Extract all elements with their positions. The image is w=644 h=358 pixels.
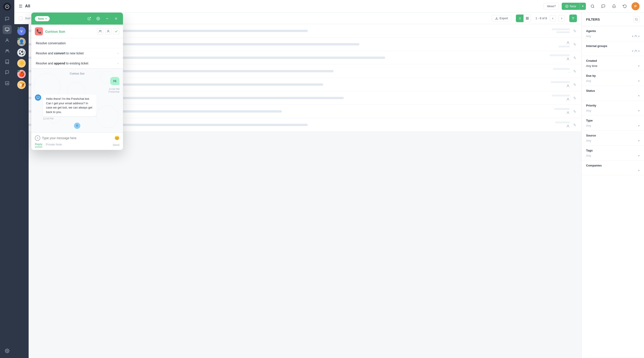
contact-avatar-sun[interactable]: ☀️ [17,59,26,68]
filter-internal-groups[interactable]: Internal groups ▾ ▾ [582,41,644,56]
sidebar-item-chat[interactable] [3,68,12,77]
svg-point-44 [636,35,637,36]
ticket-meta [552,29,570,30]
svg-point-33 [98,18,98,19]
list-view-button[interactable] [516,15,524,22]
bell-icon-button[interactable] [610,2,618,10]
filter-agents[interactable]: Agents Any ▾ ▾ [582,26,644,41]
search-icon-button[interactable] [588,2,596,10]
filter-toggle-button[interactable] [569,15,577,22]
chat-input-row: + 😊 [35,135,120,141]
filter-priority-label: Priority [586,104,640,107]
filter-status-label: Status [586,89,640,92]
tags-chevron-icon: ▾ [638,154,640,157]
filter-due-by-row: Any ▾ [586,79,640,83]
svg-rect-40 [37,96,39,98]
page-prev-button[interactable]: ‹ [550,15,556,22]
emoji-icon[interactable]: 😊 [114,136,120,141]
filter-priority[interactable]: Priority Any ▾ [582,101,644,116]
contact-name: Curious Sun [45,30,95,33]
contact-avatar-bread[interactable]: 🍞 [17,81,26,89]
resolve-conversation-text: Resolve conversation [36,41,66,45]
sidebar-item-groups[interactable] [3,47,12,56]
svg-point-43 [635,35,636,36]
sidebar-item-tickets[interactable] [3,25,12,34]
sidebar-logo[interactable] [3,3,11,11]
svg-point-2 [6,39,8,40]
contact-avatar-photo[interactable]: 👤 [17,38,26,46]
contact-avatar-v[interactable]: V [17,27,26,35]
new-dropdown-button[interactable]: ▾ [580,3,586,10]
contact-avatar-apple[interactable]: 🍎 [17,70,26,78]
resolve-convert-item[interactable]: Resolve and convert to new ticket › [31,48,123,58]
ticket-status-icon [572,29,577,33]
chat-status-button[interactable]: New ▾ [35,16,50,21]
filter-tags[interactable]: Tags Any ▾ [582,146,644,161]
filter-tags-row: Any ▾ [586,154,640,157]
contact-list: V 👤 ⚽ ☀️ [14,24,28,358]
refresh-icon-button[interactable] [621,2,629,10]
svg-point-4 [8,50,8,51]
filter-due-by[interactable]: Due by Any ▾ [582,71,644,86]
filter-status[interactable]: Status ▾ [582,86,644,101]
person-icon [566,98,570,101]
sidebar-item-knowledge[interactable] [3,57,12,66]
ideas-button[interactable]: Ideas? [544,3,559,10]
add-attachment-button[interactable]: + [35,135,40,141]
assign-team-icon[interactable] [97,28,103,35]
filter-created-row: Any time ▾ [586,64,640,68]
due-by-chevron-icon: ▾ [638,80,640,83]
user-avatar[interactable]: P [632,2,640,10]
chat-icon-button[interactable] [599,2,607,10]
ticket-status-icon [572,96,577,100]
filter-created[interactable]: Created Any time ▾ [582,56,644,71]
resolve-convert-chevron-icon: › [118,52,118,55]
new-button[interactable]: New [562,3,580,10]
filters-search-button[interactable] [633,16,640,22]
svg-line-11 [593,7,594,8]
reply-tab[interactable]: Reply [35,143,42,147]
svg-point-46 [636,50,637,51]
export-button[interactable]: Export [492,15,512,22]
filter-type[interactable]: Type Any ▾ [582,116,644,131]
message-input[interactable] [42,136,113,140]
topbar-menu-icon[interactable]: ☰ [19,4,22,9]
filter-source[interactable]: Source Any ▾ [582,131,644,146]
filter-source-value: Any [586,139,591,142]
sidebar-item-contacts[interactable] [3,36,12,45]
ticket-agent [556,31,570,33]
resolve-append-item[interactable]: Resolve and append to existing ticket › [31,58,123,68]
external-link-icon[interactable] [86,15,92,22]
minimize-icon[interactable] [104,15,110,22]
contact-avatar-soccer[interactable]: ⚽ [17,48,26,57]
page-next-button[interactable]: › [558,15,565,22]
settings-icon[interactable] [95,15,102,22]
filter-companies-row: ▾ [586,169,640,172]
svg-rect-20 [528,17,528,18]
sidebar-item-conversations[interactable] [3,14,12,23]
svg-point-37 [99,30,100,31]
resolve-check-icon[interactable] [113,28,120,35]
filter-companies-label: Companies [586,164,640,167]
source-chevron-icon: ▾ [638,139,640,142]
assign-agent-icon[interactable] [105,28,111,35]
close-icon[interactable] [113,15,120,22]
svg-line-32 [89,17,90,19]
filter-internal-groups-row: ▾ ▾ [586,50,640,53]
resolve-conversation-item[interactable]: Resolve conversation [31,38,123,48]
filter-agents-icons: ▾ ▾ [632,35,640,38]
filter-priority-row: Any ▾ [586,109,640,112]
companies-chevron-icon: ▾ [638,169,640,172]
svg-point-10 [591,5,594,8]
select-all-checkbox[interactable] [19,17,22,20]
created-chevron-icon: ▾ [638,65,640,68]
filter-companies[interactable]: Companies ▾ [582,161,644,175]
person-icon [566,84,570,88]
sidebar-item-settings[interactable] [3,346,12,355]
private-note-tab[interactable]: Private Note [46,143,62,147]
send-button[interactable]: Send [113,143,120,147]
b-avatar: B [74,123,80,129]
svg-rect-19 [526,17,527,18]
sidebar-item-reports[interactable] [3,79,12,88]
grid-view-button[interactable] [524,15,531,22]
